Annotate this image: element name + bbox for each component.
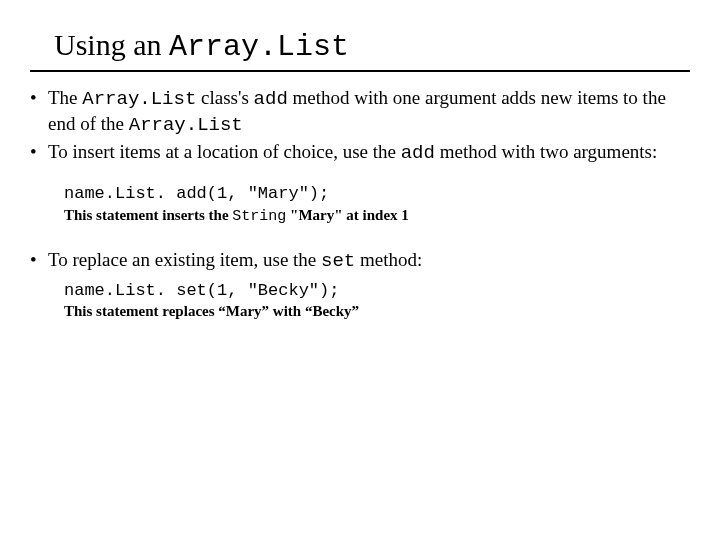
spacer: [30, 276, 690, 278]
text-part: To insert items at a location of choice,…: [48, 141, 401, 162]
text-part: class's: [196, 87, 253, 108]
code-description: This statement inserts the String "Mary"…: [64, 206, 690, 227]
bullet-text: To insert items at a location of choice,…: [48, 140, 690, 166]
mono-part: String: [232, 208, 286, 225]
code-block: name.List. add(1, "Mary"); This statemen…: [64, 183, 690, 226]
title-text: Using an: [54, 28, 169, 61]
slide: Using an Array.List • The Array.List cla…: [0, 0, 720, 321]
bullet-dot: •: [30, 140, 48, 166]
mono-part: add: [401, 142, 435, 164]
text-part: To replace an existing item, use the: [48, 249, 321, 270]
text-part: This statement replaces “Mary” with “Bec…: [64, 303, 359, 319]
text-part: "Mary" at index 1: [286, 207, 408, 223]
spacer: [30, 230, 690, 248]
mono-part: add: [254, 88, 288, 110]
code-description: This statement replaces “Mary” with “Bec…: [64, 302, 690, 321]
mono-part: set: [321, 250, 355, 272]
bullet-text: To replace an existing item, use the set…: [48, 248, 690, 274]
text-part: This statement inserts the: [64, 207, 232, 223]
bullet-dot: •: [30, 248, 48, 274]
text-part: The: [48, 87, 82, 108]
slide-title: Using an Array.List: [54, 28, 690, 64]
bullet-list: • The Array.List class's add method with…: [30, 86, 690, 321]
bullet-item: • To replace an existing item, use the s…: [30, 248, 690, 274]
mono-part: Array.List: [129, 114, 243, 136]
mono-part: Array.List: [82, 88, 196, 110]
bullet-item: • To insert items at a location of choic…: [30, 140, 690, 166]
code-block: name.List. set(1, "Becky"); This stateme…: [64, 280, 690, 321]
text-part: method:: [355, 249, 422, 270]
bullet-dot: •: [30, 86, 48, 138]
text-part: method with two arguments:: [435, 141, 657, 162]
title-underline: [30, 70, 690, 72]
code-line: name.List. add(1, "Mary");: [64, 183, 690, 204]
code-line: name.List. set(1, "Becky");: [64, 280, 690, 301]
title-mono: Array.List: [169, 30, 349, 64]
bullet-text: The Array.List class's add method with o…: [48, 86, 690, 138]
bullet-item: • The Array.List class's add method with…: [30, 86, 690, 138]
